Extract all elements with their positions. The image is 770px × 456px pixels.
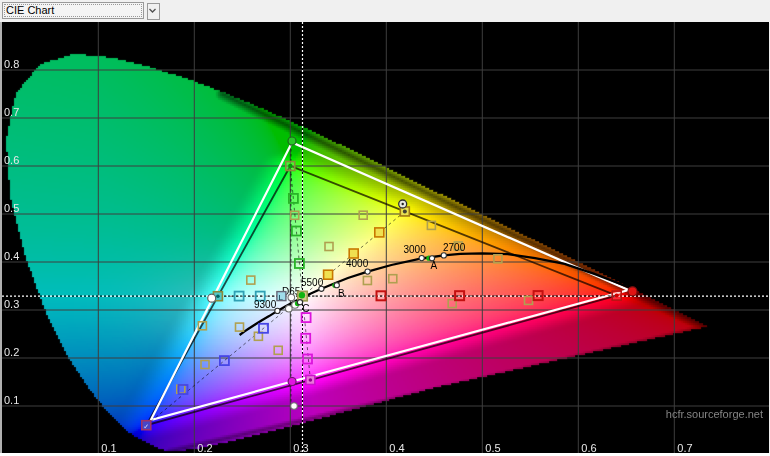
svg-text:A: A xyxy=(431,260,438,271)
svg-text:4000: 4000 xyxy=(346,258,369,269)
svg-text:2700: 2700 xyxy=(443,242,466,253)
svg-text:0.5: 0.5 xyxy=(4,202,19,214)
svg-text:0.3: 0.3 xyxy=(4,298,19,310)
svg-text:C: C xyxy=(302,303,309,314)
svg-text:0.7: 0.7 xyxy=(4,106,19,118)
svg-text:0.4: 0.4 xyxy=(389,442,404,453)
svg-text:L: L xyxy=(279,293,284,302)
svg-text:5500: 5500 xyxy=(301,277,324,288)
svg-text:0.4: 0.4 xyxy=(4,250,19,262)
svg-text:0.1: 0.1 xyxy=(101,442,116,453)
svg-text:0.5: 0.5 xyxy=(485,442,500,453)
svg-text:0.7: 0.7 xyxy=(677,442,692,453)
svg-text:0.2: 0.2 xyxy=(197,442,212,453)
svg-text:0.8: 0.8 xyxy=(4,58,19,70)
svg-text:0.3: 0.3 xyxy=(293,442,308,453)
svg-text:✓: ✓ xyxy=(143,423,149,430)
svg-text:0.1: 0.1 xyxy=(4,394,19,406)
svg-text:9300: 9300 xyxy=(254,299,277,310)
svg-text:B: B xyxy=(338,288,345,299)
svg-text:0.6: 0.6 xyxy=(581,442,596,453)
svg-text:3000: 3000 xyxy=(404,244,427,255)
svg-text:0.2: 0.2 xyxy=(4,346,19,358)
svg-text:hcfr.sourceforge.net: hcfr.sourceforge.net xyxy=(666,408,763,420)
svg-text:0.6: 0.6 xyxy=(4,154,19,166)
